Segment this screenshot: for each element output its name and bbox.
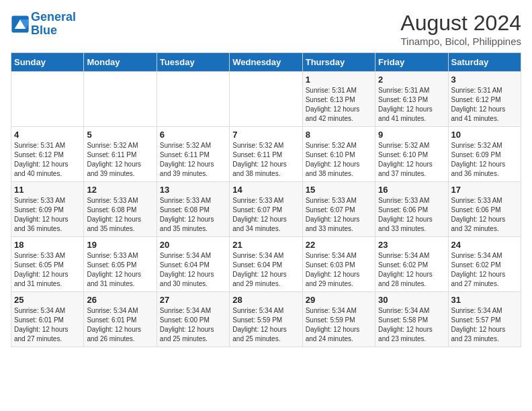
page-title: August 2024 [400,11,521,36]
calendar-cell: 29Sunrise: 5:34 AM Sunset: 5:59 PM Dayli… [302,292,375,347]
calendar-cell [157,72,229,127]
day-number: 4 [14,130,81,140]
calendar-header-sunday: Sunday [11,53,84,72]
calendar-header-tuesday: Tuesday [157,53,229,72]
calendar-week-row: 4Sunrise: 5:31 AM Sunset: 6:12 PM Daylig… [11,127,521,182]
calendar-cell: 24Sunrise: 5:34 AM Sunset: 6:02 PM Dayli… [448,237,521,292]
calendar-header-monday: Monday [84,53,157,72]
day-number: 2 [378,75,445,85]
day-number: 6 [160,130,226,140]
calendar-header-row: SundayMondayTuesdayWednesdayThursdayFrid… [11,53,521,72]
day-info: Sunrise: 5:33 AM Sunset: 6:09 PM Dayligh… [14,196,81,234]
day-info: Sunrise: 5:34 AM Sunset: 5:59 PM Dayligh… [306,306,372,344]
calendar-cell: 23Sunrise: 5:34 AM Sunset: 6:02 PM Dayli… [375,237,448,292]
day-info: Sunrise: 5:34 AM Sunset: 6:04 PM Dayligh… [160,251,226,289]
calendar-cell [84,72,157,127]
calendar-week-row: 1Sunrise: 5:31 AM Sunset: 6:13 PM Daylig… [11,72,521,127]
day-number: 1 [306,75,372,85]
day-number: 18 [14,240,81,250]
day-info: Sunrise: 5:34 AM Sunset: 5:58 PM Dayligh… [378,306,445,344]
calendar-cell: 27Sunrise: 5:34 AM Sunset: 6:00 PM Dayli… [157,292,229,347]
calendar-week-row: 25Sunrise: 5:34 AM Sunset: 6:01 PM Dayli… [11,292,521,347]
day-info: Sunrise: 5:34 AM Sunset: 6:04 PM Dayligh… [232,251,299,289]
day-info: Sunrise: 5:32 AM Sunset: 6:11 PM Dayligh… [160,141,226,179]
day-number: 21 [232,240,299,250]
day-info: Sunrise: 5:31 AM Sunset: 6:12 PM Dayligh… [14,141,81,179]
day-number: 29 [306,295,372,305]
day-info: Sunrise: 5:34 AM Sunset: 6:02 PM Dayligh… [378,251,445,289]
day-info: Sunrise: 5:34 AM Sunset: 6:03 PM Dayligh… [306,251,372,289]
day-info: Sunrise: 5:34 AM Sunset: 6:02 PM Dayligh… [451,251,518,289]
day-info: Sunrise: 5:32 AM Sunset: 6:10 PM Dayligh… [306,141,372,179]
day-info: Sunrise: 5:34 AM Sunset: 6:00 PM Dayligh… [160,306,226,344]
calendar-cell: 19Sunrise: 5:33 AM Sunset: 6:05 PM Dayli… [84,237,157,292]
calendar-cell: 11Sunrise: 5:33 AM Sunset: 6:09 PM Dayli… [11,182,84,237]
calendar-cell: 16Sunrise: 5:33 AM Sunset: 6:06 PM Dayli… [375,182,448,237]
calendar-cell: 1Sunrise: 5:31 AM Sunset: 6:13 PM Daylig… [302,72,375,127]
day-number: 16 [378,185,445,195]
calendar-cell: 17Sunrise: 5:33 AM Sunset: 6:06 PM Dayli… [448,182,521,237]
day-number: 5 [87,130,153,140]
day-number: 19 [87,240,153,250]
calendar-week-row: 11Sunrise: 5:33 AM Sunset: 6:09 PM Dayli… [11,182,521,237]
page-subtitle: Tinampo, Bicol, Philippines [400,36,521,47]
day-number: 27 [160,295,226,305]
calendar-cell: 2Sunrise: 5:31 AM Sunset: 6:13 PM Daylig… [375,72,448,127]
calendar-cell: 31Sunrise: 5:34 AM Sunset: 5:57 PM Dayli… [448,292,521,347]
day-info: Sunrise: 5:31 AM Sunset: 6:13 PM Dayligh… [306,86,372,124]
day-info: Sunrise: 5:31 AM Sunset: 6:12 PM Dayligh… [451,86,518,124]
day-number: 8 [306,130,372,140]
title-block: August 2024 Tinampo, Bicol, Philippines [400,11,521,47]
calendar-cell: 4Sunrise: 5:31 AM Sunset: 6:12 PM Daylig… [11,127,84,182]
calendar-table: SundayMondayTuesdayWednesdayThursdayFrid… [11,52,521,347]
calendar-cell: 30Sunrise: 5:34 AM Sunset: 5:58 PM Dayli… [375,292,448,347]
day-number: 13 [160,185,226,195]
calendar-header-friday: Friday [375,53,448,72]
day-info: Sunrise: 5:32 AM Sunset: 6:11 PM Dayligh… [232,141,299,179]
logo-icon [11,15,30,34]
day-number: 7 [232,130,299,140]
day-info: Sunrise: 5:33 AM Sunset: 6:05 PM Dayligh… [87,251,153,289]
day-number: 24 [451,240,518,250]
calendar-cell: 26Sunrise: 5:34 AM Sunset: 6:01 PM Dayli… [84,292,157,347]
calendar-cell: 14Sunrise: 5:33 AM Sunset: 6:07 PM Dayli… [230,182,302,237]
day-number: 17 [451,185,518,195]
day-info: Sunrise: 5:34 AM Sunset: 5:57 PM Dayligh… [451,306,518,344]
calendar-week-row: 18Sunrise: 5:33 AM Sunset: 6:05 PM Dayli… [11,237,521,292]
day-number: 20 [160,240,226,250]
calendar-cell: 20Sunrise: 5:34 AM Sunset: 6:04 PM Dayli… [157,237,229,292]
day-info: Sunrise: 5:33 AM Sunset: 6:08 PM Dayligh… [87,196,153,234]
day-number: 9 [378,130,445,140]
calendar-cell: 18Sunrise: 5:33 AM Sunset: 6:05 PM Dayli… [11,237,84,292]
day-number: 30 [378,295,445,305]
calendar-header-saturday: Saturday [448,53,521,72]
day-number: 11 [14,185,81,195]
calendar-cell: 8Sunrise: 5:32 AM Sunset: 6:10 PM Daylig… [302,127,375,182]
logo-line1: General [31,10,76,24]
calendar-cell [230,72,302,127]
day-info: Sunrise: 5:33 AM Sunset: 6:07 PM Dayligh… [306,196,372,234]
day-number: 12 [87,185,153,195]
logo: General Blue [11,11,76,38]
day-info: Sunrise: 5:32 AM Sunset: 6:10 PM Dayligh… [378,141,445,179]
day-number: 23 [378,240,445,250]
calendar-cell: 12Sunrise: 5:33 AM Sunset: 6:08 PM Dayli… [84,182,157,237]
day-number: 22 [306,240,372,250]
day-number: 14 [232,185,299,195]
day-info: Sunrise: 5:31 AM Sunset: 6:13 PM Dayligh… [378,86,445,124]
day-info: Sunrise: 5:33 AM Sunset: 6:05 PM Dayligh… [14,251,81,289]
day-info: Sunrise: 5:33 AM Sunset: 6:06 PM Dayligh… [378,196,445,234]
day-number: 31 [451,295,518,305]
calendar-cell: 15Sunrise: 5:33 AM Sunset: 6:07 PM Dayli… [302,182,375,237]
day-number: 28 [232,295,299,305]
day-number: 3 [451,75,518,85]
calendar-cell: 10Sunrise: 5:32 AM Sunset: 6:09 PM Dayli… [448,127,521,182]
page-header: General Blue August 2024 Tinampo, Bicol,… [11,11,521,47]
logo-text: General Blue [31,11,76,38]
day-info: Sunrise: 5:34 AM Sunset: 6:01 PM Dayligh… [87,306,153,344]
day-info: Sunrise: 5:34 AM Sunset: 5:59 PM Dayligh… [232,306,299,344]
calendar-body: 1Sunrise: 5:31 AM Sunset: 6:13 PM Daylig… [11,72,521,347]
calendar-cell: 6Sunrise: 5:32 AM Sunset: 6:11 PM Daylig… [157,127,229,182]
day-number: 26 [87,295,153,305]
calendar-cell: 5Sunrise: 5:32 AM Sunset: 6:11 PM Daylig… [84,127,157,182]
